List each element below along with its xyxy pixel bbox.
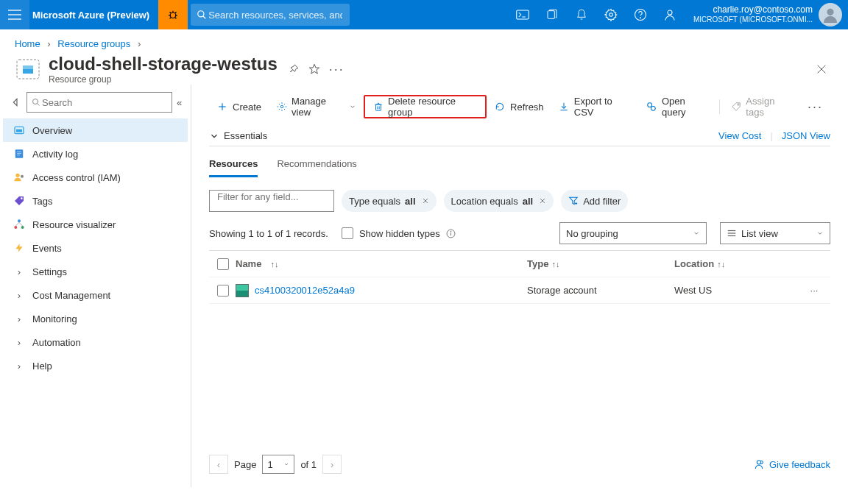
sidebar-item-automation[interactable]: › Automation <box>3 330 188 354</box>
cmd-label: Create <box>233 102 261 113</box>
svg-point-68 <box>451 231 451 232</box>
sidebar-item-visualizer[interactable]: Resource visualizer <box>3 213 188 236</box>
next-page-button[interactable]: › <box>322 455 342 474</box>
open-query-button[interactable]: Open query <box>639 95 716 118</box>
menu-button[interactable] <box>0 0 29 29</box>
directory-button[interactable] <box>537 0 567 29</box>
filter-pill-type[interactable]: Type equals all <box>342 190 437 212</box>
cmd-label: Refresh <box>510 102 544 113</box>
sidebar-item-tags[interactable]: Tags <box>3 189 188 213</box>
view-cost-link[interactable]: View Cost <box>710 130 761 141</box>
notifications-button[interactable] <box>567 0 596 29</box>
favorite-button[interactable] <box>308 63 320 75</box>
chevron-down-icon <box>283 461 289 467</box>
global-search-input[interactable] <box>207 9 343 21</box>
svg-point-17 <box>610 13 613 17</box>
assign-tags-button: Assign tags <box>723 95 800 118</box>
resource-group-icon <box>15 56 41 82</box>
delete-resource-group-button[interactable]: Delete resource group <box>364 95 487 118</box>
close-icon[interactable] <box>420 197 429 205</box>
sidebar-item-label: Overview <box>32 125 72 136</box>
essentials-section[interactable]: Essentials View Cost | JSON View <box>209 126 830 146</box>
give-feedback-button[interactable]: Give feedback <box>753 458 830 470</box>
brand-label[interactable]: Microsoft Azure (Preview) <box>29 10 158 21</box>
sidebar-item-help[interactable]: › Help <box>3 354 188 377</box>
chevron-right-icon: › <box>13 266 25 277</box>
cloudshell-button[interactable] <box>508 0 537 29</box>
sidebar-item-settings[interactable]: › Settings <box>3 260 188 283</box>
account-tenant: MICROSOFT (MICROSOFT.ONMI... <box>693 15 813 25</box>
help-button[interactable] <box>626 0 655 29</box>
col-header-name[interactable]: Name↑↓ <box>236 258 527 269</box>
sidebar-item-monitoring[interactable]: › Monitoring <box>3 307 188 330</box>
preview-bug-button[interactable] <box>158 0 188 29</box>
svg-point-3 <box>170 13 176 18</box>
more-button[interactable]: ··· <box>329 62 344 77</box>
account-info[interactable]: charlie.roy@contoso.com MICROSOFT (MICRO… <box>685 4 819 25</box>
table-row[interactable]: cs4100320012e52a4a9 Storage account West… <box>209 277 830 304</box>
svg-point-37 <box>15 174 19 177</box>
col-header-type[interactable]: Type↑↓ <box>527 258 674 269</box>
sidebar-item-activitylog[interactable]: Activity log <box>3 142 188 166</box>
collapse-menu-icon[interactable]: « <box>177 97 182 108</box>
cmd-label: Delete resource group <box>388 96 478 118</box>
feedback-button[interactable] <box>655 0 685 29</box>
view-select[interactable]: List view <box>720 222 830 244</box>
sidebar-item-label: Events <box>32 243 62 254</box>
add-filter-button[interactable]: Add filter <box>561 190 628 212</box>
sidebar-item-overview[interactable]: Overview <box>3 118 188 142</box>
prev-page-button[interactable]: ‹ <box>209 455 228 474</box>
sidebar-item-iam[interactable]: Access control (IAM) <box>3 166 188 189</box>
create-button[interactable]: Create <box>209 95 269 118</box>
resource-link[interactable]: cs4100320012e52a4a9 <box>255 285 355 296</box>
row-more-button[interactable]: ··· <box>799 285 829 296</box>
command-bar: Create Manage view Delete resource group <box>209 90 830 123</box>
refresh-button[interactable]: Refresh <box>487 95 551 118</box>
sidebar-search-input[interactable] <box>40 96 167 109</box>
breadcrumb: Home › Resource groups › <box>0 29 848 54</box>
json-view-link[interactable]: JSON View <box>773 130 830 141</box>
info-icon[interactable] <box>446 229 456 238</box>
tab-recommendations[interactable]: Recommendations <box>277 158 356 177</box>
row-checkbox[interactable] <box>217 285 229 297</box>
cell-type: Storage account <box>527 285 674 296</box>
page-select[interactable]: 1 <box>262 455 294 474</box>
filter-text-input[interactable] <box>216 191 328 203</box>
select-all-checkbox[interactable] <box>217 258 229 270</box>
overflow-button[interactable]: ··· <box>800 95 830 118</box>
close-icon[interactable] <box>537 197 546 205</box>
avatar[interactable] <box>819 3 842 26</box>
col-header-location[interactable]: Location↑↓ <box>674 258 799 269</box>
svg-point-72 <box>757 461 760 464</box>
show-hidden-types-checkbox[interactable]: Show hidden types <box>342 227 456 239</box>
svg-point-56 <box>648 103 652 107</box>
settings-button[interactable] <box>596 0 626 29</box>
svg-line-10 <box>175 18 177 19</box>
global-search[interactable] <box>191 4 349 26</box>
filter-pill-location[interactable]: Location equals all <box>444 190 554 212</box>
svg-point-19 <box>640 18 641 18</box>
pin-button[interactable] <box>288 63 300 75</box>
tab-resources[interactable]: Resources <box>209 158 258 177</box>
grouping-select[interactable]: No grouping <box>559 222 707 244</box>
collapse-sidebar-icon[interactable] <box>12 97 22 107</box>
export-csv-button[interactable]: Export to CSV <box>551 95 639 118</box>
activitylog-icon <box>13 148 25 160</box>
breadcrumb-resource-groups[interactable]: Resource groups <box>57 38 130 49</box>
filter-text[interactable] <box>209 190 334 212</box>
sidebar-search[interactable] <box>26 92 172 113</box>
add-filter-icon <box>568 196 579 206</box>
sidebar-item-cost[interactable]: › Cost Management <box>3 283 188 307</box>
sidebar-item-events[interactable]: Events <box>3 236 188 260</box>
svg-line-12 <box>203 16 206 19</box>
breadcrumb-home[interactable]: Home <box>15 38 40 49</box>
svg-point-38 <box>21 175 24 178</box>
svg-point-58 <box>738 104 739 105</box>
svg-rect-24 <box>23 65 33 69</box>
sidebar-item-label: Resource visualizer <box>32 219 116 230</box>
chevron-right-icon: › <box>13 313 25 324</box>
manage-view-button[interactable]: Manage view <box>269 95 364 118</box>
checkbox-icon <box>342 227 353 239</box>
close-blade-button[interactable] <box>810 57 833 81</box>
svg-point-20 <box>668 10 672 15</box>
